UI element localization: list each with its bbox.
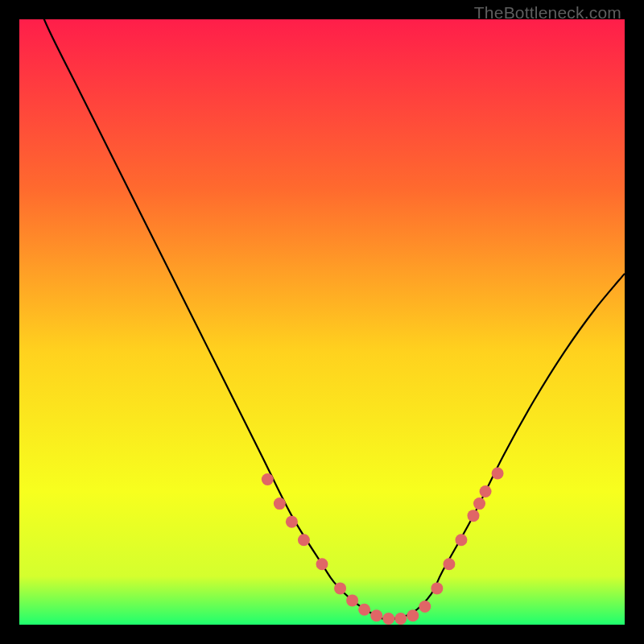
- optimal-range-marker: [480, 485, 492, 497]
- optimal-range-marker: [473, 497, 485, 510]
- optimal-range-marker: [492, 468, 504, 480]
- optimal-range-marker: [358, 604, 370, 616]
- optimal-range-marker: [382, 613, 394, 625]
- optimal-range-marker: [431, 582, 443, 594]
- optimal-range-marker: [334, 582, 346, 594]
- optimal-range-marker: [407, 609, 419, 621]
- optimal-range-marker: [419, 601, 431, 613]
- optimal-range-marker: [286, 516, 298, 528]
- bottleneck-curve: [31, 19, 625, 619]
- watermark-text: TheBottleneck.com: [474, 3, 621, 23]
- optimal-range-marker: [298, 534, 310, 546]
- chart-svg: [19, 19, 625, 625]
- optimal-range-marker: [316, 558, 328, 570]
- curve-layer: [31, 19, 625, 619]
- optimal-range-marker: [443, 558, 455, 570]
- optimal-range-marker: [370, 609, 382, 621]
- optimal-range-marker: [262, 473, 274, 485]
- optimal-range-marker: [468, 510, 480, 522]
- marker-layer: [262, 468, 504, 625]
- optimal-range-marker: [346, 594, 358, 606]
- optimal-range-marker: [274, 497, 286, 510]
- optimal-range-marker: [455, 534, 467, 546]
- optimal-range-marker: [394, 613, 407, 625]
